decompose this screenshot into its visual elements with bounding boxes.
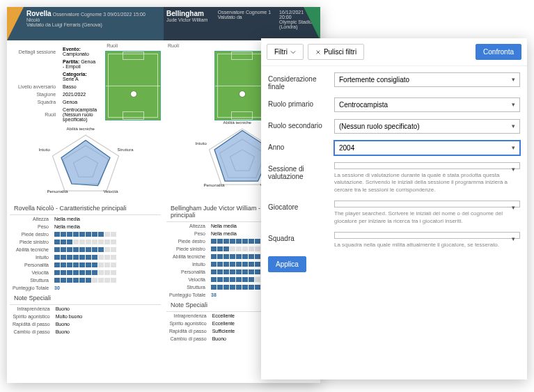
metrics-table-a: Piede destroPiede sinistroAbilità tecnic…	[10, 230, 161, 284]
pitch-a	[105, 51, 161, 120]
filter-panel: Filtri Pulisci filtri Confronta Consider…	[261, 38, 527, 379]
player-a-observer: Osservatore Cognome 3	[53, 12, 106, 17]
chevron-down-icon	[290, 49, 296, 55]
notes-table-a: IntraprendenzaBuonoSpirito agonisticoMol…	[10, 305, 161, 336]
anno-select[interactable]: 2004	[334, 141, 520, 155]
player-a-firstname: Nicolò	[26, 17, 161, 22]
accent-triangle-left	[7, 7, 24, 40]
header: Rovella Osservatore Cognome 3 09/01/2022…	[7, 7, 320, 40]
pulisci-filtri-button[interactable]: Pulisci filtri	[308, 44, 364, 60]
sessione-select[interactable]	[334, 162, 520, 169]
squadra-select[interactable]	[334, 232, 520, 239]
giocatore-select[interactable]	[334, 201, 520, 207]
header-player-b: Bellingham Jude Victor William Osservato…	[164, 7, 320, 40]
player-a-surname: Rovella	[26, 10, 52, 17]
confronta-button[interactable]: Confronta	[476, 44, 521, 60]
characteristics-title-a: Rovella Nicolò - Caratteristiche princip…	[10, 202, 161, 215]
radar-chart-a: Abilità tecniche Struttura Velocità Pers…	[40, 128, 131, 198]
close-icon	[315, 49, 321, 55]
filtri-button[interactable]: Filtri	[267, 44, 304, 60]
considerazione-select[interactable]: Fortemente consigliato	[334, 72, 520, 87]
player-a-datetime: 09/01/2022 15:00	[107, 12, 146, 17]
session-details: Dettagli sessioneEvento: Campionato Part…	[10, 42, 105, 127]
applica-button[interactable]: Applica	[268, 256, 306, 272]
accent-triangle-right	[304, 7, 320, 40]
ruolo-secondario-select[interactable]: (Nessun ruolo specificato)	[334, 119, 520, 134]
player-b-surname: Bellingham	[166, 10, 211, 17]
player-b-firstname: Jude Victor William	[166, 17, 211, 22]
header-player-a: Rovella Osservatore Cognome 3 09/01/2022…	[7, 7, 164, 40]
svg-marker-3	[61, 141, 110, 186]
ruolo-primario-select[interactable]: Centrocampista	[334, 97, 520, 112]
